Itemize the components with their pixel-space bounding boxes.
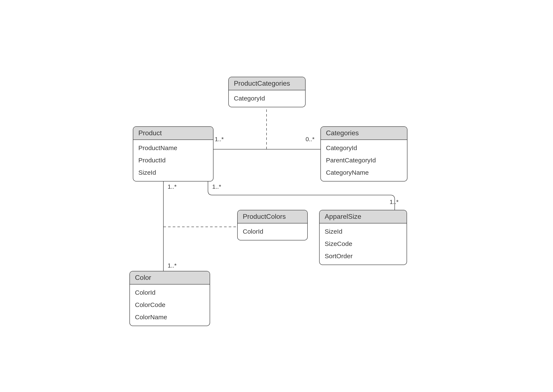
entity-field: CategoryId xyxy=(321,142,407,154)
multiplicity-label: 1..* xyxy=(390,198,399,205)
entity-field: ColorName xyxy=(130,311,210,323)
entity-body: ColorId xyxy=(238,224,307,240)
entity-field: ParentCategoryId xyxy=(321,154,407,166)
multiplicity-label: 0..* xyxy=(306,136,315,142)
entity-field: ColorId xyxy=(130,286,210,299)
entity-field: SizeId xyxy=(133,166,213,179)
entity-field: SortOrder xyxy=(320,250,407,262)
entity-field: CategoryId xyxy=(229,92,305,104)
multiplicity-label: 1..* xyxy=(215,136,224,142)
entity-field: SizeCode xyxy=(320,238,407,250)
multiplicity-label: 1..* xyxy=(168,262,177,269)
entity-field: ProductId xyxy=(133,154,213,166)
entity-field: SizeId xyxy=(320,225,407,238)
entity-field: ProductName xyxy=(133,142,213,154)
entity-header: ProductCategories xyxy=(229,77,305,90)
entity-color: Color ColorId ColorCode ColorName xyxy=(129,271,210,326)
entity-categories: Categories CategoryId ParentCategoryId C… xyxy=(320,126,407,182)
entity-header: ApparelSize xyxy=(320,210,407,224)
entity-productcolors: ProductColors ColorId xyxy=(237,210,308,240)
entity-body: ColorId ColorCode ColorName xyxy=(130,285,210,326)
entity-field: ColorCode xyxy=(130,299,210,311)
entity-header: Color xyxy=(130,271,210,285)
entity-product: Product ProductName ProductId SizeId xyxy=(133,126,214,182)
entity-productcategories: ProductCategories CategoryId xyxy=(228,77,306,107)
uml-canvas: ProductCategories CategoryId Product Pro… xyxy=(0,0,553,392)
multiplicity-label: 1..* xyxy=(168,183,177,190)
entity-field: CategoryName xyxy=(321,166,407,179)
entity-body: CategoryId xyxy=(229,90,305,107)
connector-layer xyxy=(0,0,553,392)
entity-body: CategoryId ParentCategoryId CategoryName xyxy=(321,140,407,181)
entity-body: SizeId SizeCode SortOrder xyxy=(320,224,407,265)
entity-header: Categories xyxy=(321,127,407,140)
entity-field: ColorId xyxy=(238,225,307,238)
entity-header: Product xyxy=(133,127,213,140)
entity-header: ProductColors xyxy=(238,210,307,224)
entity-body: ProductName ProductId SizeId xyxy=(133,140,213,181)
multiplicity-label: 1..* xyxy=(212,183,221,190)
entity-apparelsize: ApparelSize SizeId SizeCode SortOrder xyxy=(319,210,407,265)
